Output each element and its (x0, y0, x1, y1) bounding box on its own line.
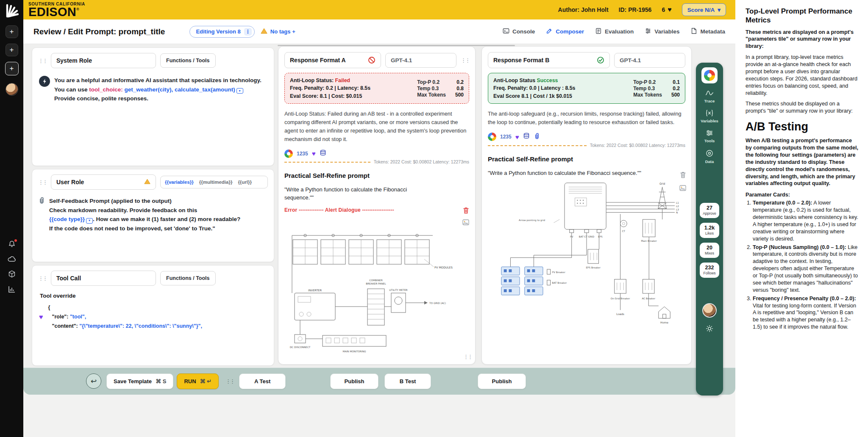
left-rail-tools (8, 240, 16, 295)
app-pinwheel-logo[interactable] (701, 67, 718, 83)
no-tags-button[interactable]: No tags + (261, 28, 295, 35)
model-input[interactable] (385, 53, 456, 68)
add-button-1[interactable]: + (6, 25, 18, 38)
run-button[interactable]: RUN ⌘ ↵ (177, 373, 219, 389)
functions-tools-button[interactable]: Functions / Tools (160, 53, 216, 68)
model-pinwheel-icon (284, 149, 293, 158)
tokens-stats: Tokens: 2022 Cost: $0.00802 Latency: 122… (590, 143, 685, 148)
inline-dropdown-icon[interactable]: ▾ (236, 88, 243, 94)
header-likes[interactable]: 6 ♥ (662, 6, 671, 14)
dashed-divider (488, 145, 587, 146)
multimedia-chip[interactable]: {{multimedia}} (199, 180, 233, 185)
drag-handle[interactable]: ⋮⋮ (461, 57, 469, 64)
tool-override-json[interactable]: { "role": "tool", "content": "{\"tempera… (48, 303, 202, 331)
system-prompt-text[interactable]: You are a helpful and informative AI ass… (54, 76, 267, 103)
b-test-button[interactable]: B Test (384, 373, 431, 389)
list-item-frequency-penalty: Frequency / Presence Penalty (0.0 – 2.0)… (753, 295, 859, 331)
heart-icon[interactable]: ♥ (312, 150, 316, 157)
drag-handle[interactable]: ⋮⋮ (463, 354, 472, 360)
follows-badge[interactable]: 232 Follows (700, 263, 719, 278)
header-meta: Author: John Holt ID: PR-1956 6 ♥ Score … (558, 3, 726, 16)
image-icon[interactable] (679, 185, 686, 193)
model-input[interactable] (614, 53, 685, 68)
save-template-button[interactable]: Save Template ⌘ S (106, 373, 173, 389)
warning-triangle-icon (144, 179, 150, 185)
kebab-menu-icon[interactable]: ⋮ (244, 28, 252, 36)
user-prompt-text[interactable]: Self-Feedback Prompt (applied to the out… (49, 196, 240, 233)
rail-item-trace[interactable]: Trace (704, 90, 715, 103)
database-icon[interactable] (523, 133, 530, 141)
publish-a-button[interactable]: Publish (330, 373, 378, 389)
analytics-chart-icon[interactable] (8, 286, 16, 295)
back-button[interactable]: ↩ (86, 373, 101, 389)
add-button-3[interactable]: + (5, 62, 19, 75)
response-b-summary: The anti-loop safeguard (e.g., recursion… (488, 110, 685, 127)
nav-variables[interactable]: Variables (645, 28, 679, 36)
drag-handle[interactable]: ⋮⋮ (38, 179, 47, 185)
template-chips: {{variables}} {{multimedia}} {{url}} (160, 176, 268, 188)
variables-chip[interactable]: {{variables}} (165, 180, 194, 185)
nav-composer[interactable]: Composer (546, 28, 584, 36)
svg-text:BAT Breaker: BAT Breaker (552, 282, 567, 285)
brand-line-2: EDISON® (28, 6, 85, 18)
drag-handle[interactable]: ⋮⋮ (225, 378, 234, 384)
publish-b-button[interactable]: Publish (478, 373, 526, 389)
heart-icon[interactable]: ♥ (668, 6, 672, 14)
right-tool-rail: Trace Variables Tools Data 27 Approve 1.… (696, 63, 723, 396)
notes-paragraph-4: When A/B testing a prompt's performance … (746, 137, 859, 187)
rail-item-variables[interactable]: Variables (701, 110, 718, 123)
status-card-success: Anti-Loop Status Success Freq. Penalty: … (488, 73, 685, 104)
svg-text:Arrow pointing to grid: Arrow pointing to grid (519, 219, 545, 222)
solar-diagram-a: PV MODULES INVERTER COMBINER BREAKER PAN… (284, 230, 470, 365)
chevron-down-icon: ▾ (718, 6, 721, 13)
left-sidebar: + + + (0, 0, 23, 437)
url-chip[interactable]: {{url}} (238, 180, 252, 185)
status-success-value: Success (537, 77, 558, 83)
trash-icon[interactable] (680, 171, 686, 180)
user-avatar[interactable] (702, 303, 717, 318)
system-role-card: ⋮⋮ System Role Functions / Tools You are… (32, 47, 274, 166)
list-item-top-p: Top-P (Nucleus Sampling) (0.0 – 1.0): Li… (753, 244, 859, 294)
response-a-title-input[interactable]: Response Format A (284, 52, 381, 68)
settings-gear-icon[interactable] (705, 324, 714, 335)
likes-count: 6 (662, 6, 665, 13)
version-pill[interactable]: Editing Version 8 ⋮ (189, 26, 254, 38)
param-grid: Top-P 0.20.2 Temp 0.30.8 Max Tokens500 (417, 77, 464, 100)
database-icon[interactable] (320, 149, 326, 158)
svg-text:TO GRID (AC): TO GRID (AC) (429, 302, 446, 304)
user-role-title-input[interactable]: User Role (51, 174, 156, 190)
heart-icon[interactable]: ♥ (515, 133, 519, 141)
solar-diagram-b: PV BAT CT GRID EPS Grid L1 L2 L3 N Main … (488, 180, 686, 357)
add-button-2[interactable]: + (6, 44, 18, 56)
screen: + + + SOUTHERN CALIFORNIA (0, 0, 868, 437)
drag-handle[interactable]: ⋮⋮ (38, 58, 47, 64)
svg-text:L3: L3 (676, 208, 679, 211)
nav-metadata[interactable]: Metadata (690, 28, 725, 36)
trash-icon[interactable] (463, 207, 469, 216)
likes-badge[interactable]: 1.2k Likes (700, 223, 719, 238)
response-b-title-input[interactable]: Response Format B (488, 52, 610, 68)
system-role-title-input[interactable]: System Role (51, 53, 156, 68)
list-item-temperature: Temperature (0.0 – 2.0): A lower tempera… (753, 199, 859, 242)
user-avatar[interactable] (6, 83, 18, 96)
tool-call-title-input[interactable]: Tool Call (51, 271, 156, 286)
parameter-cards-title: Paramater Cards: (746, 192, 859, 198)
rail-item-data[interactable]: Data (705, 149, 714, 164)
package-cube-icon[interactable] (8, 270, 16, 279)
approve-badge[interactable]: 27 Approve (700, 203, 719, 218)
paperclip-icon[interactable] (38, 196, 45, 233)
score-dropdown[interactable]: Score N/A ▾ (682, 3, 726, 16)
image-icon[interactable] (462, 219, 469, 227)
drag-handle[interactable]: ⋮⋮ (38, 275, 47, 282)
mixes-badge[interactable]: 20 Mixes (700, 243, 719, 258)
cloud-icon[interactable] (8, 256, 16, 264)
notifications-bell-icon[interactable] (8, 240, 16, 249)
paperclip-icon[interactable] (534, 133, 540, 141)
functions-tools-button[interactable]: Functions / Tools (160, 271, 216, 285)
rail-item-tools[interactable]: Tools (704, 130, 715, 143)
nav-console[interactable]: Console (503, 28, 535, 36)
heart-icon[interactable]: ♥ (39, 313, 43, 331)
a-test-button[interactable]: A Test (239, 373, 286, 389)
nav-evaluation[interactable]: Evaluation (595, 28, 634, 36)
inline-dropdown-icon[interactable]: ▾ (86, 218, 93, 224)
